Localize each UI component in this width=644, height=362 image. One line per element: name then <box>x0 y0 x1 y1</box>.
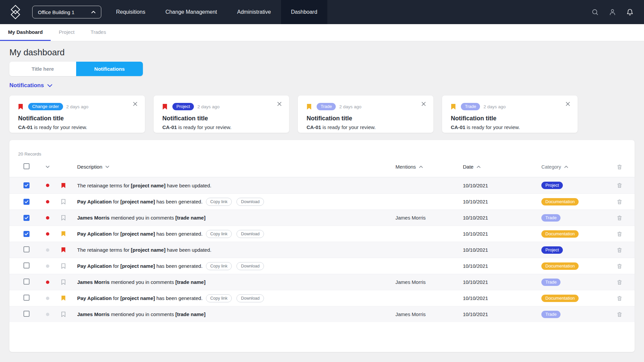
delete-row-icon[interactable] <box>616 311 623 317</box>
download-button[interactable]: Download <box>236 262 264 270</box>
row-checkbox[interactable] <box>23 311 30 317</box>
timestamp: 2 days ago <box>66 104 89 109</box>
select-menu-chevron-down-icon[interactable] <box>46 166 50 168</box>
nav-item-label: Administrative <box>237 9 271 15</box>
bell-icon[interactable] <box>626 8 634 16</box>
notification-card-header: Project 2 days ago <box>162 103 281 110</box>
top-navbar: Office Building 1 Requisitions Change Ma… <box>0 0 644 24</box>
user-icon[interactable] <box>608 8 616 16</box>
notification-body-text: is ready for your review. <box>465 124 520 130</box>
view-toggle-button[interactable]: Notifications <box>76 62 143 76</box>
row-checkbox[interactable] <box>23 262 30 268</box>
copy-link-button[interactable]: Copy link <box>206 198 232 206</box>
delete-row-icon[interactable] <box>616 279 623 285</box>
bookmark-icon[interactable] <box>61 311 66 317</box>
bookmark-icon[interactable] <box>61 199 66 204</box>
bookmark-icon[interactable] <box>61 295 66 301</box>
table-header-row: Description Mentions Date <box>9 157 635 177</box>
delete-row-icon[interactable] <box>616 263 623 269</box>
sort-description[interactable]: Description <box>77 164 109 170</box>
unread-dot <box>46 216 49 220</box>
close-icon[interactable] <box>132 101 138 107</box>
copy-link-button[interactable]: Copy link <box>206 262 232 270</box>
bookmark-icon[interactable] <box>162 104 167 110</box>
notification-title: Notification title <box>451 115 570 122</box>
bookmark-icon[interactable] <box>61 247 66 253</box>
row-actions: Copy link Download <box>203 230 264 238</box>
notification-body: CA-01 is ready for your review. <box>307 124 425 130</box>
row-checkbox[interactable] <box>23 199 30 205</box>
row-checkbox[interactable] <box>23 279 30 285</box>
table-row: James Morris mentioned you in comments [… <box>9 209 635 226</box>
notification-card-header: Trade 2 days ago <box>307 103 425 110</box>
copy-link-button[interactable]: Copy link <box>206 230 232 238</box>
download-button[interactable]: Download <box>236 230 264 238</box>
notification-title: Notification title <box>18 115 137 122</box>
row-checkbox[interactable] <box>23 231 30 237</box>
row-actions: Copy link Download <box>203 294 264 302</box>
tab[interactable]: Project <box>51 24 83 41</box>
nav-item[interactable]: Dashboard <box>281 0 327 24</box>
building-selector[interactable]: Office Building 1 <box>32 6 101 18</box>
delete-all-icon[interactable] <box>616 164 623 170</box>
category-badge: Trade <box>317 103 336 110</box>
row-category-badge: Documentation <box>541 295 579 302</box>
row-date: 10/10/2021 <box>463 311 541 317</box>
select-all-checkbox[interactable] <box>23 163 30 169</box>
notification-ref: CA-01 <box>451 124 465 130</box>
sort-mentions[interactable]: Mentions <box>395 164 423 170</box>
download-button[interactable]: Download <box>236 294 264 302</box>
date-header: Date <box>463 164 474 170</box>
tab[interactable]: My Dashboard <box>0 24 51 41</box>
notification-title: Notification title <box>307 115 425 122</box>
close-icon[interactable] <box>276 101 282 107</box>
delete-row-icon[interactable] <box>616 199 623 205</box>
row-checkbox[interactable] <box>23 246 30 252</box>
bookmark-icon[interactable] <box>18 104 23 110</box>
row-actions: Copy link Download <box>203 262 264 270</box>
delete-row-icon[interactable] <box>616 295 623 301</box>
bookmark-icon[interactable] <box>61 263 66 269</box>
row-category-badge: Trade <box>541 279 560 286</box>
bookmark-icon[interactable] <box>451 104 456 110</box>
bookmark-icon[interactable] <box>307 104 312 110</box>
bookmark-icon[interactable] <box>61 231 66 237</box>
notifications-section-label: Notifications <box>9 82 44 89</box>
tab[interactable]: Trades <box>83 24 114 41</box>
row-date: 10/10/2021 <box>463 279 541 285</box>
notification-title: Notification title <box>162 115 281 122</box>
search-icon[interactable] <box>591 8 599 16</box>
delete-row-icon[interactable] <box>616 182 623 188</box>
bookmark-icon[interactable] <box>61 183 66 188</box>
notification-body: CA-01 is ready for your review. <box>451 124 570 130</box>
close-icon[interactable] <box>565 101 571 107</box>
row-date: 10/10/2021 <box>463 247 541 253</box>
navbar-actions <box>591 8 644 16</box>
building-selector-label: Office Building 1 <box>38 9 74 15</box>
delete-row-icon[interactable] <box>616 231 623 237</box>
copy-link-button[interactable]: Copy link <box>206 294 232 302</box>
bookmark-icon[interactable] <box>61 215 66 221</box>
download-button[interactable]: Download <box>236 198 264 206</box>
close-icon[interactable] <box>421 101 427 107</box>
timestamp: 2 days ago <box>197 104 219 109</box>
unread-dot <box>46 200 49 203</box>
sort-category[interactable]: Category <box>541 164 568 170</box>
table-row: Pay Aplication for [project name] has be… <box>9 290 635 306</box>
row-category-badge: Trade <box>541 214 560 222</box>
row-checkbox[interactable] <box>23 295 30 301</box>
nav-item[interactable]: Requisitions <box>106 0 155 24</box>
view-toggle-button[interactable]: Title here <box>9 62 76 76</box>
notification-body: CA-01 is ready for your review. <box>162 124 281 130</box>
notification-card-header: Trade 2 days ago <box>451 103 570 110</box>
notifications-section-toggle[interactable]: Notifications <box>9 82 52 89</box>
table-row: The retainage terms for [project name] h… <box>9 177 635 193</box>
row-checkbox[interactable] <box>23 182 30 188</box>
sort-date[interactable]: Date <box>463 164 481 170</box>
delete-row-icon[interactable] <box>616 247 623 253</box>
bookmark-icon[interactable] <box>61 279 66 285</box>
nav-item[interactable]: Change Management <box>155 0 227 24</box>
delete-row-icon[interactable] <box>616 215 623 221</box>
nav-item[interactable]: Administrative <box>227 0 281 24</box>
row-checkbox[interactable] <box>23 215 30 221</box>
